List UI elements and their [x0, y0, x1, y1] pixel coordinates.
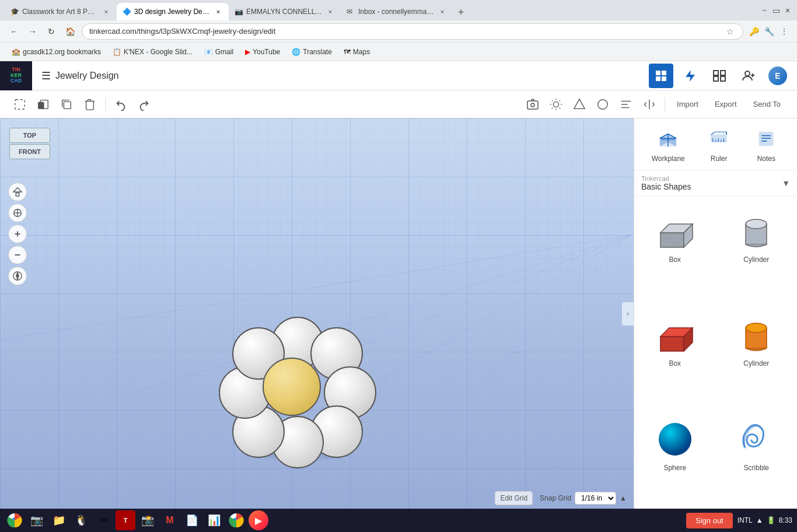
window-controls: － ▭ × [760, 6, 792, 15]
panel-collapse-arrow[interactable]: › [622, 302, 634, 326]
shape-scribble[interactable]: Scribble [716, 405, 798, 509]
align-icon [620, 98, 632, 111]
bookmark-star-icon[interactable]: ☆ [724, 26, 736, 37]
import-button[interactable]: Import [670, 96, 705, 112]
zoom-out-button[interactable] [8, 246, 27, 264]
copy-button[interactable] [56, 94, 77, 115]
account-button[interactable]: E [765, 64, 790, 88]
url-bar[interactable]: tinkercad.com/things/l3pSkWXCmqf-jewelry… [82, 23, 743, 40]
tab-emmalyn[interactable]: 📷 EMMALYN CONNELLY - Photo D... × [229, 3, 341, 20]
shape-box-red-visual [652, 310, 698, 357]
shape-box-gray[interactable]: Box [634, 197, 716, 300]
bookmark-translate[interactable]: 🌐 Translate [287, 47, 337, 57]
export-button[interactable]: Export [708, 96, 744, 112]
zoom-in-button[interactable] [8, 225, 27, 243]
sign-out-button[interactable]: Sign out [686, 513, 733, 528]
fit-view-button[interactable] [8, 204, 27, 222]
canvas-area[interactable]: TOP FRONT [0, 118, 634, 509]
camera-view-button[interactable] [522, 94, 543, 115]
ruler-label: Ruler [711, 155, 728, 163]
view-cube[interactable]: TOP FRONT [9, 128, 56, 159]
bookmark-translate-label: Translate [303, 48, 332, 56]
mirror-icon [643, 98, 656, 111]
svg-point-88 [659, 423, 691, 456]
circle-shape-button[interactable] [592, 94, 613, 115]
taskbar-camera-icon[interactable]: 📷 [27, 510, 47, 530]
build-button[interactable] [678, 64, 702, 88]
redo-icon [138, 98, 151, 111]
shape-box-red[interactable]: Box [634, 300, 716, 404]
taskbar-linux-icon[interactable]: 🐧 [71, 510, 91, 530]
new-shape-button[interactable] [9, 94, 30, 115]
forward-button[interactable]: → [26, 24, 40, 38]
maximize-button[interactable]: ▭ [771, 6, 781, 15]
workplane-tool[interactable]: Workplane [652, 125, 685, 163]
grid-view-button[interactable] [649, 64, 673, 88]
close-button[interactable]: × [783, 6, 792, 15]
extensions-icon[interactable]: 🔧 [763, 26, 775, 37]
bookmark-youtube[interactable]: ▶ YouTube [240, 47, 285, 57]
tab-classwork[interactable]: 🎓 Classwork for Art 8 Period 1, M... × [5, 3, 117, 20]
bookmark-gmail[interactable]: 📧 Gmail [200, 47, 238, 57]
back-button[interactable]: ← [7, 24, 21, 38]
snap-grid-arrow[interactable]: ▲ [620, 494, 627, 502]
shape-sphere[interactable]: Sphere [634, 405, 716, 509]
taskbar-gmail-icon[interactable]: M [160, 510, 180, 530]
notes-tool[interactable]: Notes [753, 125, 779, 163]
taskbar-play-icon[interactable]: ▶ [249, 510, 268, 530]
workplane-label: Workplane [652, 155, 685, 163]
edit-grid-button[interactable]: Edit Grid [495, 491, 533, 505]
delete-button[interactable] [79, 94, 100, 115]
menu-icon[interactable]: ⋮ [778, 26, 790, 37]
tinkercad-logo[interactable]: TIN KER CAD [0, 61, 32, 90]
project-name[interactable]: Jewelry Design [55, 71, 118, 81]
home-button[interactable]: 🏠 [63, 24, 77, 38]
menu-hamburger-icon[interactable]: ☰ [41, 69, 51, 82]
taskbar-chrome2-icon[interactable] [226, 510, 246, 530]
taskbar-app5-icon[interactable]: ✂ [93, 510, 113, 530]
add-user-button[interactable] [736, 64, 761, 88]
compass-button[interactable] [8, 267, 27, 285]
minimize-button[interactable]: － [760, 6, 769, 15]
bookmark-gcasdk[interactable]: 🏫 gcasdk12.org bookmarks [7, 47, 106, 57]
taskbar-docs-icon[interactable]: 📄 [182, 510, 202, 530]
undo-button[interactable] [110, 94, 131, 115]
taskbar-chrome-icon[interactable] [5, 510, 25, 530]
align-button[interactable] [616, 94, 637, 115]
taskbar-files-icon[interactable]: 📁 [49, 510, 69, 530]
bookmark-maps[interactable]: 🗺 Maps [339, 47, 375, 57]
light-button[interactable] [546, 94, 567, 115]
snap-grid-select[interactable]: 1/16 in [575, 492, 616, 505]
reload-button[interactable]: ↻ [44, 24, 58, 38]
home-view-button[interactable] [8, 183, 27, 201]
tab-close-1[interactable]: × [102, 7, 111, 16]
left-tools [8, 183, 27, 285]
bookmark-knex[interactable]: 📋 K'NEX - Google Slid... [108, 47, 197, 57]
tab-tinkercad[interactable]: 🔷 3D design Jewelry Design | Tink... × [117, 3, 229, 20]
shapes-dropdown[interactable]: Tinkercad Basic Shapes ▼ [634, 170, 797, 197]
taskbar-pearson-icon[interactable]: T [116, 510, 135, 530]
view-cube-top[interactable]: TOP [9, 128, 50, 143]
shape-cyl-orange[interactable]: Cylinder [716, 300, 798, 404]
ruler-tool[interactable]: Ruler [705, 125, 732, 163]
tab-close-3[interactable]: × [326, 7, 335, 16]
tab-inbox[interactable]: ✉ Inbox - connellyemmalyn@gcas... × [341, 3, 453, 20]
autofill-icon[interactable]: 🔑 [748, 26, 760, 37]
paste-button[interactable] [33, 94, 54, 115]
view-cube-front[interactable]: FRONT [9, 144, 50, 159]
dashboard-button[interactable] [707, 64, 732, 88]
new-tab-button[interactable]: + [453, 4, 469, 20]
send-to-button[interactable]: Send To [746, 96, 788, 112]
svg-rect-2 [656, 76, 660, 81]
taskbar-camera2-icon[interactable]: 📸 [138, 510, 158, 530]
tab-close-2[interactable]: × [214, 7, 223, 16]
tinkercad-logo-text: TIN KER CAD [11, 67, 22, 85]
tab-close-4[interactable]: × [438, 7, 447, 16]
redo-button[interactable] [134, 94, 155, 115]
3d-model[interactable] [216, 311, 379, 474]
mirror-button[interactable] [639, 94, 660, 115]
shape-cyl-gray[interactable]: Cylinder [716, 197, 798, 300]
taskbar-sheets-icon[interactable]: 📊 [204, 510, 224, 530]
shape-cyl-gray-visual [733, 206, 779, 253]
shape-tools-button[interactable] [569, 94, 590, 115]
